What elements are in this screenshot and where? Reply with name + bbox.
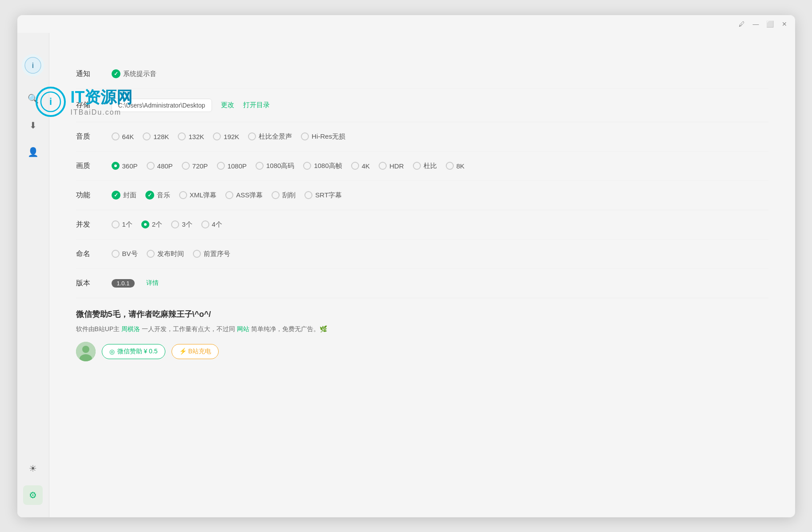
footer-title: 微信赞助5毛，请作者吃麻辣王子\^o^/ xyxy=(76,309,768,320)
close-button[interactable]: ✕ xyxy=(781,20,788,28)
svg-text:i: i xyxy=(32,62,34,69)
feature-scrape[interactable]: 刮削 xyxy=(272,191,296,200)
concurrent-4-radio xyxy=(201,220,209,228)
bilibili-charge-button[interactable]: ⚡ B站充电 xyxy=(172,344,219,359)
pin-button[interactable]: 🖊 xyxy=(738,20,745,28)
site-link[interactable]: 网站 xyxy=(237,325,249,332)
restore-button[interactable]: ⬜ xyxy=(767,20,774,28)
quality-360p-radio xyxy=(112,162,120,170)
footer-desc-prefix: 软件由B站UP主 xyxy=(76,325,120,332)
storage-label: 存储 xyxy=(76,100,112,110)
quality-1080p[interactable]: 1080P xyxy=(217,162,247,170)
naming-publish-time[interactable]: 发布时间 xyxy=(147,250,184,258)
svg-point-6 xyxy=(82,346,89,353)
quality-1080p-radio xyxy=(217,162,225,170)
music-checkbox xyxy=(145,191,154,200)
open-directory-button[interactable]: 打开目录 xyxy=(243,101,270,109)
audio-128k[interactable]: 128K xyxy=(143,132,169,140)
quality-label: 画质 xyxy=(76,161,112,171)
version-label: 版本 xyxy=(76,279,112,288)
sidebar-item-download[interactable]: ⬇ xyxy=(23,116,43,135)
system-sound-checkbox xyxy=(112,69,120,78)
naming-publish-radio xyxy=(147,250,155,258)
features-label: 功能 xyxy=(76,191,112,200)
wechat-donate-button[interactable]: ◎ 微信赞助 ¥ 0.5 xyxy=(102,344,165,359)
sidebar-item-user[interactable]: 👤 xyxy=(23,142,43,162)
concurrent-3-radio xyxy=(171,220,179,228)
concurrent-3[interactable]: 3个 xyxy=(171,220,192,229)
audio-dolby[interactable]: 杜比全景声 xyxy=(248,132,292,141)
audio-dolby-radio xyxy=(248,132,256,140)
app-window: 🖊 — ⬜ ✕ i 🔍 ⬇ 👤 ☀ ⚙ xyxy=(17,15,795,517)
quality-480p[interactable]: 480P xyxy=(147,162,173,170)
audio-hires[interactable]: Hi-Res无损 xyxy=(301,132,345,141)
quality-480p-radio xyxy=(147,162,155,170)
quality-360p[interactable]: 360P xyxy=(112,162,138,170)
author-link[interactable]: 周棋洛 xyxy=(121,325,140,332)
audio-row: 音质 64K 128K 132K 192K xyxy=(76,122,768,152)
quality-720p-radio xyxy=(182,162,190,170)
theme-icon: ☀ xyxy=(29,463,37,474)
audio-128k-radio xyxy=(143,132,151,140)
naming-serial[interactable]: 前置序号 xyxy=(193,250,230,258)
quality-4k[interactable]: 4K xyxy=(351,162,370,170)
svg-text:i: i xyxy=(49,96,52,107)
concurrent-2[interactable]: 2个 xyxy=(141,220,162,229)
notification-label: 通知 xyxy=(76,69,112,79)
footer-desc: 软件由B站UP主 周棋洛 一人开发，工作量有点大，不过同 网站 简单纯净，免费无… xyxy=(76,324,768,334)
wechat-btn-label: 微信赞助 ¥ 0.5 xyxy=(117,348,158,356)
version-detail-link[interactable]: 详情 xyxy=(146,279,159,287)
naming-serial-radio xyxy=(193,250,201,258)
storage-content: C:\Users\Administrator\Desktop 更改 打开目录 xyxy=(112,99,270,112)
titlebar: 🖊 — ⬜ ✕ xyxy=(17,15,795,33)
storage-row: 存储 C:\Users\Administrator\Desktop 更改 打开目… xyxy=(76,89,768,122)
quality-8k-radio xyxy=(446,162,454,170)
feature-cover[interactable]: 封面 xyxy=(112,191,136,200)
naming-row: 命名 BV号 发布时间 前置序号 xyxy=(76,240,768,269)
quality-1080high-radio xyxy=(256,162,264,170)
feature-music[interactable]: 音乐 xyxy=(145,191,170,200)
notification-system-sound[interactable]: 系统提示音 xyxy=(112,69,156,78)
search-icon: 🔍 xyxy=(28,93,39,104)
naming-bv-radio xyxy=(112,250,120,258)
naming-bv[interactable]: BV号 xyxy=(112,250,138,258)
cover-checkbox xyxy=(112,191,120,200)
features-content: 封面 音乐 XML弹幕 ASS弹幕 刮削 xyxy=(112,191,342,200)
quality-dolby[interactable]: 杜比 xyxy=(413,162,437,170)
audio-132k-radio xyxy=(178,132,186,140)
footer-desc-suffix: 简单纯净，免费无广告。🌿 xyxy=(251,325,327,332)
quality-1080high[interactable]: 1080高码 xyxy=(256,162,294,170)
minimize-button[interactable]: — xyxy=(752,20,760,28)
feature-srt[interactable]: SRT字幕 xyxy=(304,191,342,200)
version-badge: 1.0.1 xyxy=(112,279,135,288)
settings-icon: ⚙ xyxy=(29,490,37,500)
audio-192k-radio xyxy=(213,132,221,140)
audio-192k[interactable]: 192K xyxy=(213,132,239,140)
audio-64k[interactable]: 64K xyxy=(112,132,134,140)
audio-64k-radio xyxy=(112,132,120,140)
sidebar-item-search[interactable]: 🔍 xyxy=(23,89,43,108)
naming-label: 命名 xyxy=(76,249,112,259)
audio-132k[interactable]: 132K xyxy=(178,132,204,140)
features-row: 功能 封面 音乐 XML弹幕 ASS弹幕 xyxy=(76,181,768,210)
audio-label: 音质 xyxy=(76,132,112,141)
concurrent-1[interactable]: 1个 xyxy=(112,220,132,229)
titlebar-controls: 🖊 — ⬜ ✕ xyxy=(738,20,788,28)
sidebar: i 🔍 ⬇ 👤 ☀ ⚙ xyxy=(17,33,49,517)
change-path-button[interactable]: 更改 xyxy=(221,101,234,109)
sidebar-item-theme[interactable]: ☀ xyxy=(23,459,43,478)
quality-720p[interactable]: 720P xyxy=(182,162,208,170)
sidebar-item-settings[interactable]: ⚙ xyxy=(23,485,43,505)
quality-row: 画质 360P 480P 720P 1080P xyxy=(76,152,768,181)
feature-ass-danmaku[interactable]: ASS弹幕 xyxy=(225,191,263,200)
concurrent-row: 并发 1个 2个 3个 4个 xyxy=(76,210,768,240)
concurrent-4[interactable]: 4个 xyxy=(201,220,222,229)
quality-8k[interactable]: 8K xyxy=(446,162,464,170)
quality-hdr[interactable]: HDR xyxy=(379,162,404,170)
bilibili-btn-label: ⚡ B站充电 xyxy=(179,348,211,356)
quality-dolby-radio xyxy=(413,162,421,170)
quality-1080p60[interactable]: 1080高帧 xyxy=(303,162,342,170)
feature-xml-danmaku[interactable]: XML弹幕 xyxy=(179,191,217,200)
system-sound-label: 系统提示音 xyxy=(123,70,156,78)
version-row: 版本 1.0.1 详情 xyxy=(76,269,768,298)
